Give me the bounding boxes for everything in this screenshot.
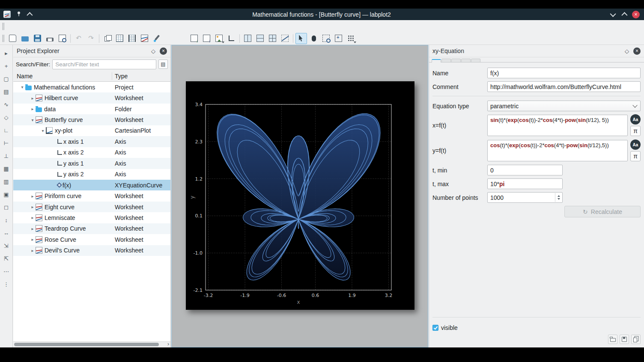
expander-icon[interactable]: ▸ — [30, 194, 36, 199]
recalculate-button[interactable]: ↻ Recalculate — [564, 206, 641, 217]
magnification-button[interactable] — [345, 33, 357, 44]
open-file-button[interactable] — [19, 33, 31, 44]
menu-windows[interactable] — [68, 20, 76, 32]
new-spreadsheet-button[interactable] — [114, 33, 125, 44]
load-template-button[interactable] — [608, 335, 617, 344]
x axis 1[interactable]: x axis 1 Axis — [13, 136, 170, 147]
Lemniscate[interactable]: ▸ Lemniscate Worksheet — [13, 212, 170, 223]
equation-type-select[interactable]: parametric — [487, 101, 641, 111]
float-dock-icon[interactable]: ◇ — [625, 48, 629, 54]
y axis 2[interactable]: y axis 2 Axis — [13, 169, 170, 180]
more-horizontal-icon[interactable]: ⋯ — [0, 265, 12, 278]
save-template-button[interactable] — [620, 335, 629, 344]
expand-tool-icon[interactable]: ⇲ — [0, 239, 12, 252]
expander-icon[interactable]: ▸ — [30, 248, 36, 253]
menu-settings[interactable] — [83, 20, 91, 32]
print-button[interactable] — [44, 33, 56, 44]
new-file-button[interactable] — [7, 33, 18, 44]
tab[interactable] — [461, 59, 471, 62]
Butterfly curve[interactable]: ▾ Butterfly curve Worksheet — [13, 114, 170, 125]
resize-horizontal-tool-icon[interactable]: ↔ — [0, 226, 12, 239]
y axis 1[interactable]: y axis 1 Axis — [13, 158, 170, 169]
navigate-mode-button[interactable] — [308, 33, 319, 44]
box-select-tool-icon[interactable]: ▢ — [0, 72, 12, 85]
t-min-input[interactable] — [487, 165, 563, 175]
axis-bottom-tool-icon[interactable]: ⊥ — [0, 149, 12, 162]
float-dock-icon[interactable]: ◇ — [151, 48, 155, 54]
grid-tool-icon[interactable]: ▦ — [0, 162, 12, 175]
grid-cell-tool-icon[interactable]: ▣ — [0, 188, 12, 201]
insert-constant-button[interactable]: Aa — [630, 139, 641, 150]
new-worksheet-button[interactable] — [139, 33, 150, 44]
t-max-input[interactable]: 10*pi — [487, 178, 563, 189]
search-filter-input[interactable] — [52, 59, 156, 69]
maximize-icon[interactable] — [621, 12, 627, 18]
spin-up-icon[interactable] — [558, 195, 560, 197]
Rose Curve[interactable]: ▸ Rose Curve Worksheet — [13, 234, 170, 245]
menu-spreadsheet[interactable] — [22, 20, 30, 32]
horizontal-layout-button[interactable] — [254, 33, 266, 44]
select-mode-button[interactable] — [295, 33, 307, 44]
expander-icon[interactable]: ▾ — [40, 128, 46, 133]
insert-constant-button[interactable]: Aa — [630, 114, 641, 125]
Mathematical functions[interactable]: ▾ Mathematical functions Project — [13, 82, 170, 92]
Teardrop Curve[interactable]: ▸ Teardrop Curve Worksheet — [13, 223, 170, 234]
expander-icon[interactable]: ▸ — [30, 215, 36, 220]
zoom-mode-button[interactable] — [333, 33, 344, 44]
data[interactable]: ▸ data Folder — [13, 104, 170, 114]
menu-matrix[interactable] — [30, 20, 37, 32]
dropdown-arrow-icon[interactable] — [354, 42, 356, 43]
scrollbar-thumb[interactable] — [14, 343, 159, 346]
column-header-type[interactable]: Type — [115, 73, 128, 80]
close-dock-icon[interactable]: × — [160, 47, 167, 55]
tab[interactable] — [432, 59, 441, 62]
grid-layout-button[interactable] — [267, 33, 278, 44]
expander-icon[interactable]: ▸ — [30, 205, 36, 209]
shade-window-icon[interactable] — [27, 12, 33, 18]
undo-button[interactable]: ↶ — [73, 33, 84, 44]
redo-button[interactable]: ↷ — [85, 33, 97, 44]
number-of-points-spinbox[interactable]: 1000 — [487, 192, 563, 203]
tab[interactable] — [451, 59, 461, 62]
curve-tool-icon[interactable]: ∿ — [0, 98, 12, 111]
menu-tools[interactable] — [76, 20, 83, 32]
worksheet-view[interactable]: 3.42.31.20.1-1.0-2.1-3.2-1.9-0.60.61.93.… — [171, 45, 428, 347]
filter-options-button[interactable]: ▤ — [158, 59, 168, 69]
new-workbook-button[interactable] — [101, 33, 113, 44]
print-preview-button[interactable] — [57, 33, 68, 44]
expander-icon[interactable]: ▸ — [30, 226, 36, 231]
vertical-layout-button[interactable] — [242, 33, 253, 44]
Eight curve[interactable]: ▸ Eight curve Worksheet — [13, 202, 170, 212]
spin-arrows[interactable] — [555, 193, 562, 202]
copy-settings-button[interactable] — [631, 335, 641, 344]
f(x)[interactable]: f(x) XYEquationCurve — [13, 180, 170, 190]
x-equation-input[interactable]: sin(t)*(exp(cos(t))-2*cos(4*t)-pow(sin(t… — [487, 115, 628, 136]
insert-function-button[interactable]: π — [630, 126, 641, 136]
scroll-right-icon[interactable]: › — [167, 341, 169, 347]
save-file-button[interactable] — [32, 33, 43, 44]
new-plot-button[interactable] — [213, 33, 225, 44]
Piriform curve[interactable]: ▸ Piriform curve Worksheet — [13, 190, 170, 201]
column-header-name[interactable]: Name — [13, 73, 33, 80]
menu-analysis[interactable] — [53, 20, 60, 32]
comment-input[interactable] — [487, 81, 641, 92]
tab[interactable] — [471, 59, 480, 62]
dropdown-arrow-icon[interactable] — [222, 42, 224, 43]
close-icon[interactable]: × — [632, 11, 640, 18]
select-tool-icon[interactable]: ▸ — [0, 47, 12, 59]
collapse-tool-icon[interactable]: ⇱ — [0, 252, 12, 265]
Devil's Curve[interactable]: ▸ Devil's Curve Worksheet — [13, 245, 170, 256]
shape-tool-icon[interactable]: ◇ — [0, 111, 12, 124]
pin-icon[interactable] — [16, 11, 21, 18]
expander-icon[interactable]: ▸ — [30, 107, 36, 111]
menu-help[interactable] — [91, 20, 99, 32]
resize-vertical-tool-icon[interactable]: ↕ — [0, 214, 12, 226]
name-input[interactable] — [487, 68, 641, 78]
menu-worksheet[interactable] — [37, 20, 45, 32]
menu-edit[interactable] — [14, 20, 22, 32]
crosshair-tool-icon[interactable]: + — [0, 59, 12, 72]
menu-cas-worksheet[interactable] — [45, 20, 53, 32]
import-button[interactable] — [188, 33, 200, 44]
tab[interactable] — [441, 59, 451, 62]
grid-rows-tool-icon[interactable]: ▥ — [0, 175, 12, 188]
